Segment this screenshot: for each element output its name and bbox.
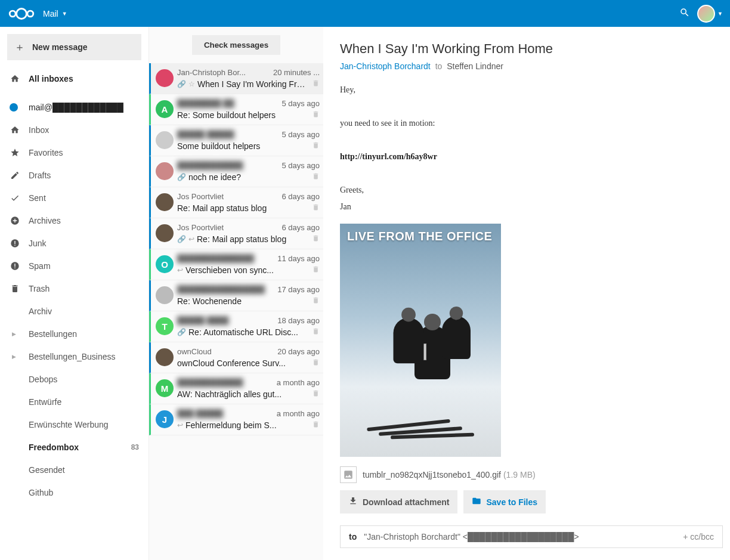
count-badge: 83 xyxy=(131,443,139,451)
search-icon[interactable] xyxy=(679,7,690,20)
sidebar-folder-bestellungen[interactable]: ▶Bestellungen xyxy=(0,323,149,345)
subject: Re: Automatische URL Disc... xyxy=(188,327,308,337)
subject: ownCloud Conference Surv... xyxy=(177,358,308,368)
delete-icon[interactable] xyxy=(312,420,320,430)
time: 20 minutes ... xyxy=(273,68,320,77)
time: 6 days ago xyxy=(282,192,320,201)
delete-icon[interactable] xyxy=(312,358,320,368)
folder-icon xyxy=(472,496,481,508)
sidebar-folder-favorites[interactable]: Favorites xyxy=(0,141,149,164)
message-item[interactable]: A████████ ██5 days agoRe: Some buildout … xyxy=(149,94,323,125)
sidebar-folder-gesendet[interactable]: Gesendet xyxy=(0,459,149,481)
delete-icon[interactable] xyxy=(312,327,320,337)
sender: ████████████████ xyxy=(177,285,265,294)
attachment-info: tumblr_no982qxNjj1tsonebo1_400.gif (1.9 … xyxy=(340,466,723,483)
plus-icon: ＋ xyxy=(14,40,25,54)
chevron-down-icon: ▼ xyxy=(717,11,723,17)
delete-icon[interactable] xyxy=(312,265,320,275)
delete-icon[interactable] xyxy=(312,389,320,399)
avatar xyxy=(697,5,715,23)
message-item[interactable]: J███ █████a month ago↩Fehlermeldung beim… xyxy=(149,404,323,435)
message-subject: When I Say I'm Working From Home xyxy=(340,41,723,57)
sidebar-account[interactable]: mail@████████████ xyxy=(0,96,149,119)
star-icon xyxy=(10,148,20,157)
sidebar-folder-freedombox[interactable]: Freedombox83 xyxy=(0,436,149,459)
delete-icon[interactable] xyxy=(312,234,320,244)
app-header: Mail ▼ ▼ xyxy=(0,0,730,27)
svg-rect-7 xyxy=(14,264,15,267)
sender: █████ ████ xyxy=(177,316,229,325)
sidebar-folder-drafts[interactable]: Drafts xyxy=(0,164,149,187)
delete-icon[interactable] xyxy=(312,172,320,182)
cc-bcc-toggle[interactable]: + cc/bcc xyxy=(683,532,714,542)
download-attachment-button[interactable]: Download attachment xyxy=(340,490,457,513)
sender: █████ █████ xyxy=(177,130,234,139)
reply-icon: ↩ xyxy=(177,266,183,274)
delete-icon[interactable] xyxy=(312,203,320,213)
image-icon xyxy=(340,466,357,483)
message-item[interactable]: T█████ ████18 days ago🔗Re: Automatische … xyxy=(149,311,323,342)
svg-rect-4 xyxy=(14,241,15,244)
delete-icon[interactable] xyxy=(312,296,320,306)
sidebar-folder-entwürfe[interactable]: Entwürfe xyxy=(0,391,149,413)
delete-icon[interactable] xyxy=(312,141,320,151)
message-item[interactable]: ████████████████17 days agoRe: Wochenend… xyxy=(149,280,323,311)
subject: Re: Wochenende xyxy=(177,296,308,306)
svg-point-1 xyxy=(17,8,27,18)
app-menu[interactable]: Mail ▼ xyxy=(43,9,71,18)
bang-icon xyxy=(10,261,20,271)
sender: Jos Poortvliet xyxy=(177,192,224,201)
avatar xyxy=(156,131,174,149)
message-item[interactable]: ownCloud20 days agoownCloud Conference S… xyxy=(149,342,323,373)
message-item[interactable]: █████ █████5 days agoSome buildout helpe… xyxy=(149,125,323,156)
attachment-preview[interactable]: LIVE FROM THE OFFICE xyxy=(340,224,501,457)
message-item[interactable]: Jos Poortvliet6 days ago🔗↩Re: Mail app s… xyxy=(149,218,323,249)
avatar xyxy=(156,162,174,180)
sidebar-folder-junk[interactable]: Junk xyxy=(0,232,149,255)
time: 5 days ago xyxy=(282,130,320,139)
time: 11 days ago xyxy=(277,254,320,263)
avatar xyxy=(156,193,174,211)
subject: Verschieben von sync... xyxy=(185,265,308,275)
delete-icon[interactable] xyxy=(312,110,320,120)
avatar: J xyxy=(156,410,174,428)
sender: Jan-Christoph Bor... xyxy=(177,68,246,77)
star-icon[interactable]: ☆ xyxy=(188,80,195,88)
trash-icon xyxy=(10,284,20,293)
message-item[interactable]: O██████████████11 days ago↩Verschieben v… xyxy=(149,249,323,280)
new-message-button[interactable]: ＋ New message xyxy=(7,34,141,60)
sidebar-folder-bestellungen_business[interactable]: ▶Bestellungen_Business xyxy=(0,345,149,368)
sender: ████████████ xyxy=(177,161,243,170)
message-item[interactable]: Jos Poortvliet6 days agoRe: Mail app sta… xyxy=(149,187,323,218)
download-icon xyxy=(348,496,358,508)
to-name[interactable]: Steffen Lindner xyxy=(447,61,503,71)
sidebar-folder-inbox[interactable]: Inbox xyxy=(0,119,149,141)
subject: Some buildout helpers xyxy=(177,141,308,151)
save-to-files-button[interactable]: Save to Files xyxy=(463,490,546,513)
check-messages-button[interactable]: Check messages xyxy=(192,35,280,55)
sidebar-folder-erwünschte-werbung[interactable]: Erwünschte Werbung xyxy=(0,413,149,436)
sidebar-all-inboxes[interactable]: All inboxes xyxy=(0,67,149,90)
from-name[interactable]: Jan-Christoph Borchardt xyxy=(340,61,431,71)
delete-icon[interactable] xyxy=(312,79,320,89)
avatar: A xyxy=(156,100,174,118)
user-menu[interactable]: ▼ xyxy=(697,5,723,23)
sidebar-folder-trash[interactable]: Trash xyxy=(0,277,149,300)
sidebar-folder-spam[interactable]: Spam xyxy=(0,255,149,277)
sidebar-folder-sent[interactable]: Sent xyxy=(0,187,149,209)
message-item[interactable]: Jan-Christoph Bor...20 minutes ...🔗☆When… xyxy=(149,63,323,94)
time: 5 days ago xyxy=(282,161,320,170)
sender: ███ █████ xyxy=(177,409,223,418)
message-item[interactable]: ████████████5 days ago🔗noch ne idee? xyxy=(149,156,323,187)
message-item[interactable]: M████████████a month agoAW: Nachträglich… xyxy=(149,373,323,404)
avatar xyxy=(156,286,174,304)
body-link[interactable]: http://tinyurl.com/h6ay8wr xyxy=(340,148,723,165)
logo[interactable] xyxy=(7,7,36,21)
sidebar-folder-github[interactable]: Github xyxy=(0,481,149,504)
svg-rect-5 xyxy=(14,245,15,246)
svg-point-0 xyxy=(10,11,16,17)
sidebar-folder-archives[interactable]: Archives xyxy=(0,209,149,232)
sidebar-folder-debops[interactable]: Debops xyxy=(0,368,149,391)
sidebar-folder-archiv[interactable]: Archiv xyxy=(0,300,149,323)
reply-box[interactable]: to "Jan-Christoph Borchardt" <██████████… xyxy=(340,525,723,548)
